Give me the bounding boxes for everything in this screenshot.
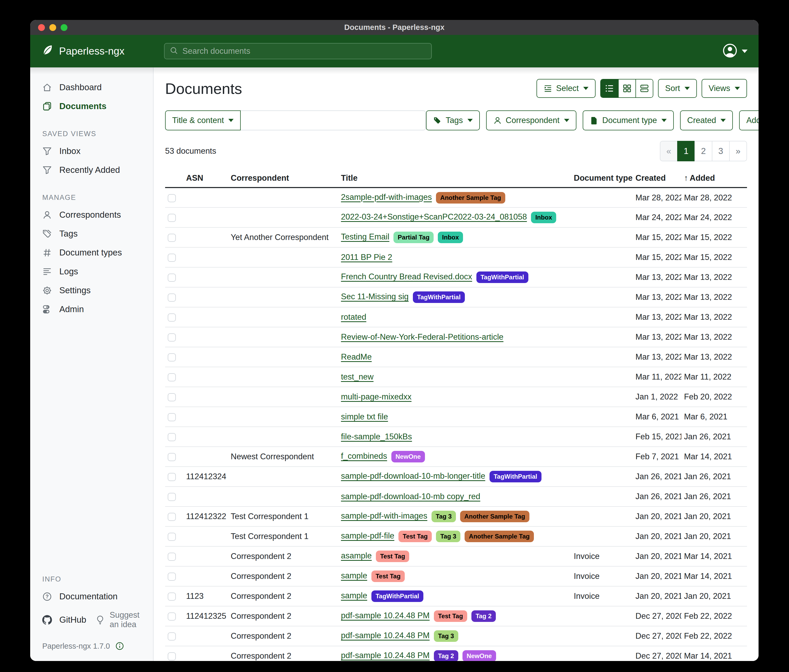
sidebar-item-documentation[interactable]: ?Documentation	[30, 587, 153, 606]
row-checkbox[interactable]	[168, 473, 176, 481]
sidebar-item-document-types[interactable]: Document types	[30, 243, 153, 262]
row-checkbox[interactable]	[168, 373, 176, 381]
filter-correspondent-dropdown[interactable]: Correspondent	[486, 110, 577, 131]
suggest-an-idea-link[interactable]: Suggest an idea	[93, 606, 153, 634]
row-checkbox[interactable]	[168, 413, 176, 421]
document-link[interactable]: Sec 11-Missing sig	[341, 292, 409, 301]
sidebar-item-settings[interactable]: Settings	[30, 281, 153, 300]
tag-badge[interactable]: Test Tag	[398, 530, 432, 542]
document-link[interactable]: test_new	[341, 372, 374, 381]
sidebar-item-github[interactable]: GitHub	[30, 610, 93, 629]
grid-view-button[interactable]	[618, 80, 636, 97]
tag-badge[interactable]: Another Sample Tag	[436, 192, 505, 204]
sidebar-item-documents[interactable]: Documents	[30, 97, 153, 116]
search-input[interactable]	[182, 46, 426, 56]
row-checkbox[interactable]	[168, 314, 176, 322]
row-checkbox[interactable]	[168, 353, 176, 361]
row-checkbox[interactable]	[168, 533, 176, 541]
document-link[interactable]: ReadMe	[341, 352, 372, 361]
row-checkbox[interactable]	[168, 234, 176, 242]
sidebar-item-tags[interactable]: Tags	[30, 224, 153, 243]
document-link[interactable]: 2011 BP Pie 2	[341, 253, 392, 262]
document-link[interactable]: sample-pdf-with-images	[341, 511, 427, 521]
document-link[interactable]: pdf-sample 10.24.48 PM	[341, 611, 430, 620]
close-window-button[interactable]	[38, 24, 45, 31]
document-link[interactable]: multi-page-mixedxx	[341, 392, 412, 401]
row-checkbox[interactable]	[168, 194, 176, 202]
tag-badge[interactable]: Tag 3	[434, 630, 458, 642]
sidebar-item-inbox[interactable]: Inbox	[30, 142, 153, 161]
row-checkbox[interactable]	[168, 652, 176, 661]
tag-badge[interactable]: NewOne	[463, 650, 496, 661]
tag-badge[interactable]: TagWithPartial	[371, 591, 423, 602]
column-header-created[interactable]: Created	[633, 171, 681, 188]
user-menu[interactable]	[722, 43, 747, 59]
tag-badge[interactable]: Partial Tag	[393, 232, 434, 243]
document-link[interactable]: pdf-sample 10.24.48 PM	[341, 631, 430, 640]
row-checkbox[interactable]	[168, 274, 176, 282]
filter-tags-dropdown[interactable]: Tags	[426, 110, 479, 131]
row-checkbox[interactable]	[168, 613, 176, 621]
sidebar-item-dashboard[interactable]: Dashboard	[30, 78, 153, 97]
sidebar-item-recently-added[interactable]: Recently Added	[30, 161, 153, 179]
document-link[interactable]: 2022-03-24+Sonstige+ScanPC2022-03-24_081…	[341, 212, 527, 221]
document-link[interactable]: sample-pdf-download-10-mb copy_red	[341, 492, 480, 501]
row-checkbox[interactable]	[168, 632, 176, 640]
tag-badge[interactable]: Tag 2	[471, 610, 496, 622]
row-checkbox[interactable]	[168, 214, 176, 222]
row-checkbox[interactable]	[168, 493, 176, 501]
document-link[interactable]: simple txt file	[341, 412, 388, 421]
tag-badge[interactable]: TagWithPartial	[476, 271, 529, 283]
row-checkbox[interactable]	[168, 553, 176, 561]
row-checkbox[interactable]	[168, 433, 176, 441]
document-link[interactable]: sample	[341, 571, 367, 580]
pagination-page-2[interactable]: 2	[695, 141, 712, 161]
list-view-button[interactable]	[601, 80, 618, 97]
tag-badge[interactable]: Test Tag	[434, 610, 467, 622]
document-link[interactable]: sample-pdf-file	[341, 531, 394, 540]
document-link[interactable]: rotated	[341, 312, 366, 322]
pagination-page-3[interactable]: 3	[712, 141, 730, 161]
sort-dropdown-button[interactable]: Sort	[658, 79, 697, 98]
row-checkbox[interactable]	[168, 393, 176, 401]
tag-badge[interactable]: Tag 2	[434, 650, 458, 661]
row-checkbox[interactable]	[168, 513, 176, 521]
document-link[interactable]: Testing Email	[341, 232, 389, 241]
row-checkbox[interactable]	[168, 573, 176, 581]
document-link[interactable]: French Country Bread Revised.docx	[341, 272, 472, 281]
sidebar-item-correspondents[interactable]: Correspondents	[30, 205, 153, 224]
column-header-correspondent[interactable]: Correspondent	[228, 171, 338, 188]
document-link[interactable]: sample-pdf-download-10-mb-longer-title	[341, 471, 485, 481]
pagination-prev-button[interactable]: «	[660, 141, 678, 161]
row-checkbox[interactable]	[168, 453, 176, 461]
filter-field-dropdown[interactable]: Title & content	[165, 110, 241, 131]
row-checkbox[interactable]	[168, 333, 176, 341]
column-header-document-type[interactable]: Document type	[571, 171, 633, 188]
document-link[interactable]: 2sample-pdf-with-images	[341, 193, 432, 202]
views-dropdown-button[interactable]: Views	[701, 79, 747, 98]
pagination-page-1[interactable]: 1	[677, 141, 695, 161]
row-checkbox[interactable]	[168, 254, 176, 262]
minimize-window-button[interactable]	[50, 24, 56, 31]
document-link[interactable]: f_combineds	[341, 451, 387, 460]
column-header-title[interactable]: Title	[338, 171, 571, 188]
column-header-added[interactable]: ↑Added	[681, 171, 747, 188]
zoom-window-button[interactable]	[61, 24, 67, 31]
select-dropdown-button[interactable]: Select	[537, 79, 596, 98]
document-link[interactable]: file-sample_150kBs	[341, 432, 412, 441]
filter-query-input[interactable]	[241, 110, 426, 131]
document-link[interactable]: pdf-sample 10.24.48 PM	[341, 651, 430, 660]
app-logo[interactable]: Paperless-ngx	[41, 44, 125, 59]
document-link[interactable]: sample	[341, 591, 367, 600]
column-header-asn[interactable]: ASN	[184, 171, 228, 188]
tag-badge[interactable]: TagWithPartial	[490, 471, 541, 483]
sidebar-item-admin[interactable]: Admin	[30, 300, 153, 319]
tag-badge[interactable]: Tag 3	[431, 511, 456, 522]
pagination-next-button[interactable]: »	[729, 141, 747, 161]
tag-badge[interactable]: TagWithPartial	[413, 291, 465, 303]
tag-badge[interactable]: Test Tag	[371, 570, 405, 582]
tag-badge[interactable]: Test Tag	[376, 551, 409, 562]
tag-badge[interactable]: Tag 3	[436, 530, 460, 542]
document-link[interactable]: asample	[341, 551, 372, 560]
filter-added-dropdown[interactable]: Added	[739, 110, 759, 131]
